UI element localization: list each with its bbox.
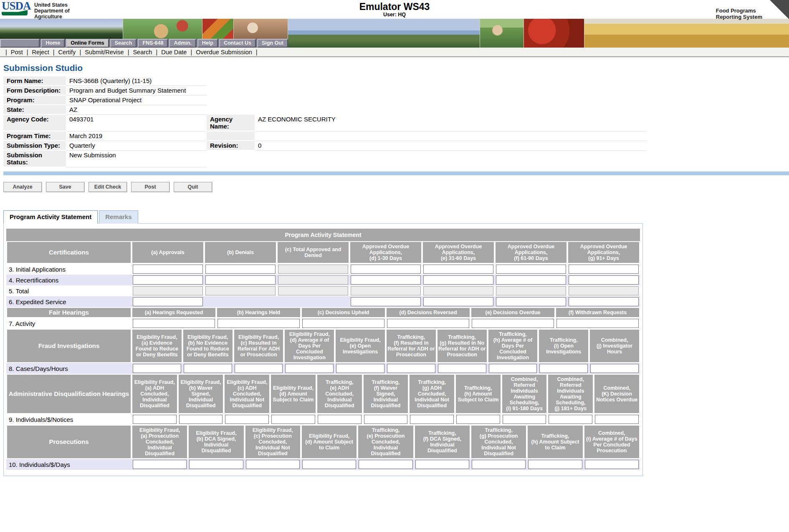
- grid-cell: [422, 264, 495, 275]
- grid-cell: [409, 414, 455, 425]
- input-4-recertifications-col5[interactable]: [423, 275, 493, 285]
- input-6-expedited-service-col4[interactable]: [351, 297, 421, 306]
- analyze-button[interactable]: Analyze: [3, 182, 42, 192]
- metadata-row: Program Time:March 2019: [3, 131, 647, 141]
- photo-banner: HomeOnline FormsSearchFNS-648Admin.HelpC…: [0, 19, 789, 48]
- input-10-individuals-days-col7[interactable]: [472, 460, 526, 469]
- input-8-cases-days-hours-col1[interactable]: [133, 364, 181, 373]
- input-9-individuals-notices-col9[interactable]: [503, 415, 546, 424]
- tab-program-activity-statement[interactable]: Program Activity Statement: [3, 210, 98, 224]
- subnav-link-due-date[interactable]: Due Date: [161, 49, 187, 55]
- metadata-label: Submission Status:: [3, 151, 66, 167]
- metadata-value-submission-type: Quarterly: [66, 141, 207, 151]
- nav-button-admin[interactable]: Admin.: [169, 39, 196, 48]
- table-row-6-expedited-service: 6. Expedited Service: [6, 296, 640, 307]
- quit-button[interactable]: Quit: [174, 182, 212, 192]
- input-9-individuals-notices-col6[interactable]: [364, 415, 408, 424]
- input-10-individuals-days-col8[interactable]: [528, 460, 582, 469]
- subnav-link-overdue-submission[interactable]: Overdue Submission: [196, 49, 252, 55]
- input-10-individuals-days-col5[interactable]: [359, 460, 412, 469]
- metadata-blank: [255, 105, 647, 115]
- nav-button-contact-us[interactable]: Contact Us: [219, 39, 256, 48]
- input-3-initial-applications-col7[interactable]: [569, 265, 639, 274]
- input-4-recertifications-col6[interactable]: [496, 275, 566, 285]
- input-9-individuals-notices-col11[interactable]: [595, 415, 639, 424]
- input-5-total-col6: [496, 286, 566, 295]
- input-6-expedited-service-col6[interactable]: [496, 297, 566, 306]
- edit-check-button[interactable]: Edit Check: [89, 182, 127, 192]
- banner-photo-tomatoes: [524, 19, 584, 48]
- input-6-expedited-service-col1[interactable]: [133, 297, 203, 306]
- input-3-initial-applications-col4[interactable]: [351, 265, 421, 274]
- section-header-row: Fraud InvestigationsEligibility Fraud, (…: [6, 329, 640, 363]
- input-8-cases-days-hours-col4[interactable]: [285, 364, 334, 373]
- subnav-link-certify[interactable]: Certify: [58, 49, 76, 55]
- nav-button-sign-out[interactable]: Sign Out: [257, 39, 288, 48]
- input-6-expedited-service-col5[interactable]: [423, 297, 493, 306]
- input-7-activity-col5[interactable]: [472, 319, 554, 328]
- input-10-individuals-days-col3[interactable]: [246, 460, 300, 469]
- input-10-individuals-days-col9[interactable]: [585, 460, 639, 469]
- nav-button-help[interactable]: Help: [197, 39, 218, 48]
- column-header-g-resulted-in-no-referral-for-adh-or-prosecution: Trafficking, (g) Resulted in No Referral…: [437, 329, 488, 363]
- nav-button-fns-648[interactable]: FNS-648: [138, 39, 168, 48]
- input-9-individuals-notices-col5[interactable]: [318, 415, 362, 424]
- metadata-blank: [255, 76, 647, 86]
- input-3-initial-applications-col2[interactable]: [205, 265, 276, 274]
- input-8-cases-days-hours-col8[interactable]: [489, 364, 537, 373]
- input-9-individuals-notices-col1[interactable]: [133, 415, 177, 424]
- input-3-initial-applications-col6[interactable]: [496, 265, 566, 274]
- input-10-individuals-days-col6[interactable]: [415, 460, 469, 469]
- input-3-initial-applications-col1[interactable]: [133, 265, 203, 274]
- input-4-recertifications-col1[interactable]: [133, 275, 203, 285]
- input-8-cases-days-hours-col9[interactable]: [539, 364, 588, 373]
- input-4-recertifications-col7[interactable]: [569, 275, 639, 285]
- subnav-link-post[interactable]: Post: [11, 49, 23, 55]
- nav-button-online-forms[interactable]: Online Forms: [66, 39, 109, 48]
- input-8-cases-days-hours-col2[interactable]: [184, 364, 232, 373]
- input-9-individuals-notices-col10[interactable]: [549, 415, 592, 424]
- nav-button-search[interactable]: Search: [110, 39, 137, 48]
- input-8-cases-days-hours-col5[interactable]: [336, 364, 384, 373]
- input-8-cases-days-hours-col3[interactable]: [235, 364, 283, 373]
- system-name-line: Reporting System: [716, 14, 762, 20]
- post-button[interactable]: Post: [131, 182, 169, 192]
- input-8-cases-days-hours-col7[interactable]: [438, 364, 486, 373]
- input-4-recertifications-col2[interactable]: [205, 275, 276, 285]
- input-6-expedited-service-col7[interactable]: [569, 297, 639, 306]
- sub-nav: |Post|Reject|Certify|Submit/Revise|Searc…: [0, 48, 789, 57]
- page-title: Submission Studio: [3, 63, 789, 73]
- section-divider: [3, 171, 789, 175]
- input-9-individuals-notices-col4[interactable]: [271, 415, 315, 424]
- input-9-individuals-notices-col7[interactable]: [410, 415, 454, 424]
- column-header-individual-not-disqualified: Eligibility Fraud, (c) ADH Concluded, In…: [224, 374, 270, 414]
- input-9-individuals-notices-col2[interactable]: [179, 415, 223, 424]
- nav-filler: [0, 39, 40, 48]
- input-9-individuals-notices-col8[interactable]: [456, 415, 500, 424]
- input-7-activity-col4[interactable]: [387, 319, 469, 328]
- column-header-individual-not-disqualified: Trafficking, (g) Prosecution Concluded, …: [470, 425, 527, 459]
- subnav-link-submit-revise[interactable]: Submit/Revise: [85, 49, 124, 55]
- subnav-link-search[interactable]: Search: [133, 49, 152, 55]
- nav-button-home[interactable]: Home: [41, 39, 65, 48]
- input-10-individuals-days-col1[interactable]: [133, 460, 187, 469]
- subnav-link-reject[interactable]: Reject: [32, 49, 49, 55]
- input-7-activity-col1[interactable]: [133, 319, 215, 328]
- input-7-activity-col6[interactable]: [556, 319, 639, 328]
- input-9-individuals-notices-col3[interactable]: [225, 415, 269, 424]
- input-7-activity-col2[interactable]: [217, 319, 300, 328]
- submission-metadata-table: Form Name:FNS-366B (Quarterly) (11-15)Fo…: [3, 76, 647, 167]
- input-10-individuals-days-col2[interactable]: [189, 460, 243, 469]
- column-header-individual-disqualified: Trafficking, (e) ADH Concluded, Individu…: [316, 374, 363, 414]
- input-8-cases-days-hours-col6[interactable]: [387, 364, 435, 373]
- save-button[interactable]: Save: [46, 182, 84, 192]
- tab-remarks[interactable]: Remarks: [99, 210, 138, 224]
- input-8-cases-days-hours-col10[interactable]: [590, 364, 639, 373]
- input-4-recertifications-col4[interactable]: [351, 275, 421, 285]
- metadata-value-form-name: FNS-366B (Quarterly) (11-15): [66, 76, 207, 86]
- grid-cell: [488, 363, 539, 374]
- input-7-activity-col3[interactable]: [302, 319, 384, 328]
- grid-cell: [188, 459, 244, 470]
- input-10-individuals-days-col4[interactable]: [302, 460, 356, 469]
- input-3-initial-applications-col5[interactable]: [423, 265, 493, 274]
